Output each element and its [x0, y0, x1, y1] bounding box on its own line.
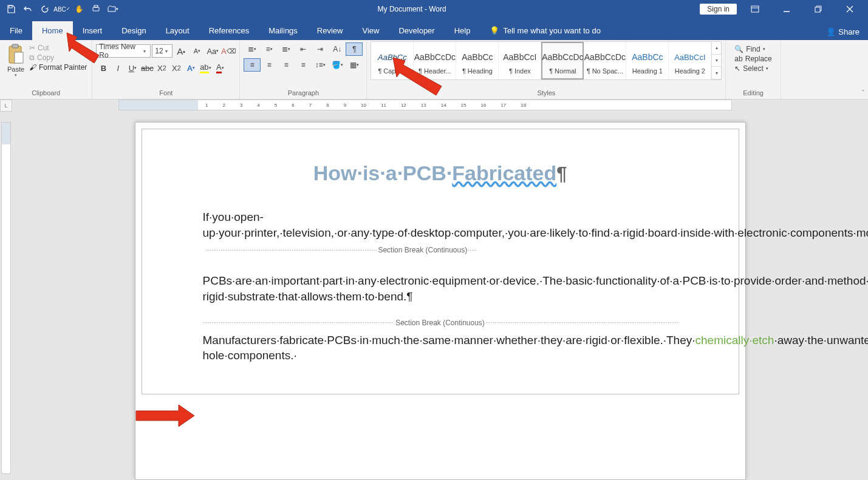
style-item[interactable]: AaBbCcI¶ Index — [499, 42, 541, 79]
tab-developer[interactable]: Developer — [389, 21, 444, 40]
paragraph-1: If·you·open-up·your·printer,·television,… — [203, 209, 678, 260]
strikethrough-button[interactable]: abc — [140, 61, 154, 75]
search-icon: 🔍 — [734, 45, 743, 53]
redo-icon[interactable] — [38, 2, 52, 16]
copy-icon: ⧉ — [29, 53, 35, 62]
justify-icon[interactable]: ≡ — [295, 58, 312, 72]
shading-icon[interactable]: 🪣▾ — [329, 58, 346, 72]
section-break-mark: Section Break (Continuous) — [207, 245, 477, 255]
share-icon: 👤 — [826, 27, 836, 36]
svg-rect-3 — [751, 6, 759, 12]
tab-help[interactable]: Help — [445, 21, 480, 40]
tab-review[interactable]: Review — [307, 21, 353, 40]
align-left-icon[interactable]: ≡ — [244, 58, 261, 72]
svg-rect-2 — [94, 5, 98, 7]
collapse-ribbon-icon[interactable]: ˆ — [862, 89, 864, 96]
svg-rect-6 — [815, 7, 820, 12]
print-preview-icon[interactable] — [89, 2, 103, 16]
app-title: My Document - Word — [124, 5, 700, 13]
styles-scroll[interactable]: ▴▾▾ — [711, 42, 721, 79]
tab-file[interactable]: File — [0, 21, 32, 40]
svg-rect-9 — [15, 52, 23, 63]
horizontal-ruler[interactable]: 123456789101112131415161718 — [118, 100, 732, 110]
style-item[interactable]: AaBbCcDc¶ Normal — [541, 42, 584, 79]
find-button[interactable]: 🔍Find▾ — [734, 45, 771, 53]
page: How·is·a·PCB·Fabricated¶ If·you·open-up·… — [135, 122, 746, 480]
underline-button[interactable]: U▾ — [125, 61, 140, 75]
paragraph-3: Manufacturers·fabricate·PCBs·in·much·the… — [203, 333, 678, 363]
paste-icon — [7, 44, 25, 66]
scissors-icon: ✂ — [29, 44, 35, 52]
undo-icon[interactable] — [21, 2, 35, 16]
sort-icon[interactable]: A↓ — [329, 42, 346, 56]
document-content[interactable]: How·is·a·PCB·Fabricated¶ If·you·open-up·… — [142, 129, 739, 394]
section-break-mark: Section Break (Continuous) — [203, 318, 678, 328]
grow-font-icon[interactable]: A▴ — [174, 44, 188, 58]
font-size-combo[interactable]: 12▾ — [152, 44, 173, 58]
annotation-arrow — [390, 56, 445, 101]
show-hide-pilcrow-button[interactable]: ¶ — [346, 42, 363, 56]
brush-icon: 🖌 — [29, 63, 36, 72]
text-effects-icon[interactable]: A▾ — [183, 61, 198, 75]
change-case-icon[interactable]: Aa▾ — [205, 44, 220, 58]
share-button[interactable]: 👤 Share — [826, 27, 868, 40]
tab-view[interactable]: View — [352, 21, 389, 40]
replace-icon: ab — [734, 55, 742, 63]
ribbon-display-icon[interactable] — [742, 0, 768, 18]
subscript-button[interactable]: X2 — [154, 61, 169, 75]
hand-icon[interactable]: ✋ — [72, 2, 86, 16]
svg-rect-1 — [93, 7, 99, 11]
document-area: How·is·a·PCB·Fabricated¶ If·you·open-up·… — [0, 112, 868, 480]
svg-rect-0 — [9, 5, 12, 8]
clear-formatting-icon[interactable]: A⌫ — [221, 44, 236, 58]
multilevel-icon[interactable]: ≣▾ — [278, 42, 295, 56]
cursor-icon: ↖ — [734, 64, 740, 73]
tell-me-search[interactable]: 💡 Tell me what you want to do — [480, 21, 610, 40]
tab-design[interactable]: Design — [112, 21, 155, 40]
replace-button[interactable]: abReplace — [734, 55, 771, 63]
annotation-arrow — [64, 31, 100, 70]
numbering-icon[interactable]: ≡▾ — [261, 42, 278, 56]
superscript-button[interactable]: X2 — [169, 61, 183, 75]
font-name-combo[interactable]: Times New Ro▾ — [96, 44, 151, 58]
close-icon[interactable] — [836, 0, 863, 18]
document-title: How·is·a·PCB·Fabricated¶ — [203, 160, 678, 188]
increase-indent-icon[interactable]: ⇥ — [312, 42, 329, 56]
group-paragraph: ≣▾ ≡▾ ≣▾ ⇤ ⇥ A↓ ¶ ≡ ≡ ≡ ≡ ↕≡▾ 🪣▾ ▦▾ Para… — [240, 40, 367, 99]
minimize-icon[interactable] — [773, 0, 800, 18]
ruler-area: L 123456789101112131415161718 — [0, 100, 868, 112]
highlight-color-icon[interactable]: ab▾ — [198, 61, 213, 75]
title-bar: ABC✓ ✋ ▾ My Document - Word Sign in — [0, 0, 868, 18]
tab-mailings[interactable]: Mailings — [259, 21, 307, 40]
tab-layout[interactable]: Layout — [156, 21, 199, 40]
select-button[interactable]: ↖Select▾ — [734, 64, 771, 73]
svg-rect-8 — [12, 44, 18, 48]
shrink-font-icon[interactable]: A▾ — [190, 44, 204, 58]
italic-button[interactable]: I — [111, 61, 125, 75]
paste-button[interactable]: Paste ▾ — [4, 41, 28, 78]
style-item[interactable]: AaBbCcIHeading 2 — [669, 42, 711, 79]
save-icon[interactable] — [4, 2, 18, 16]
borders-icon[interactable]: ▦▾ — [346, 58, 363, 72]
open-icon[interactable]: ▾ — [106, 2, 120, 16]
annotation-arrow — [135, 404, 196, 430]
vertical-ruler[interactable] — [0, 112, 12, 480]
spellcheck-icon[interactable]: ABC✓ — [55, 2, 69, 16]
signin-button[interactable]: Sign in — [700, 4, 737, 15]
paragraph-2: PCBs·are·an·important·part·in·any·electr… — [203, 273, 678, 304]
style-item[interactable]: AaBbCc¶ Heading — [456, 42, 499, 79]
align-center-icon[interactable]: ≡ — [261, 58, 278, 72]
tab-selector-icon[interactable]: L — [0, 100, 12, 112]
style-item[interactable]: AaBbCcDc¶ No Spac... — [584, 42, 626, 79]
align-right-icon[interactable]: ≡ — [278, 58, 295, 72]
line-spacing-icon[interactable]: ↕≡▾ — [312, 58, 329, 72]
menu-bar: File Home Insert Design Layout Reference… — [0, 18, 868, 40]
bullets-icon[interactable]: ≣▾ — [244, 42, 261, 56]
decrease-indent-icon[interactable]: ⇤ — [295, 42, 312, 56]
group-font: Times New Ro▾ 12▾ A▴ A▾ Aa▾ A⌫ B I U▾ ab… — [92, 40, 240, 99]
tab-references[interactable]: References — [199, 21, 259, 40]
style-item[interactable]: AaBbCcHeading 1 — [626, 42, 669, 79]
hyperlink[interactable]: chemically·etch — [695, 334, 774, 346]
font-color-icon[interactable]: A▾ — [213, 61, 227, 75]
maximize-icon[interactable] — [805, 0, 832, 18]
